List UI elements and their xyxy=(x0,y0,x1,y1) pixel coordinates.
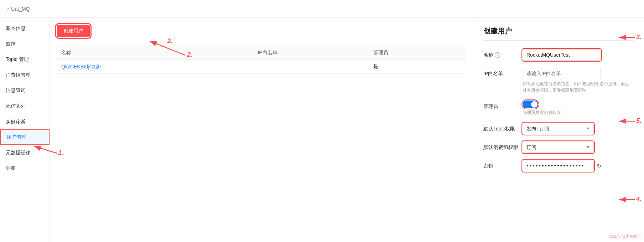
user-name-cell[interactable]: QkzCEKBKljC1jj0 xyxy=(57,60,253,74)
control-ip: 如果源地址在白名单范围，则不校验密钥是否正确，而且具有所有权限，不受权限配置影响 xyxy=(523,68,634,93)
annotation-2: 2. xyxy=(167,37,173,45)
sidebar-item-topic-management[interactable]: Topic 管理 xyxy=(0,52,50,67)
svg-text:3.: 3. xyxy=(636,34,642,41)
help-icon-name[interactable]: ? xyxy=(495,52,500,58)
ip-whitelist-cell xyxy=(253,60,369,74)
name-input[interactable] xyxy=(523,49,601,61)
secret-input[interactable] xyxy=(523,160,594,171)
table-outer: 名称 IP白名单 管理员 QkzCEKBKljC1jj0 是 xyxy=(57,46,466,74)
label-consumer-perm: 默认消费组权限 xyxy=(483,141,523,153)
label-ip: IP白名单 xyxy=(483,68,523,79)
sidebar-item-dead-letter[interactable]: 死信队列 xyxy=(0,98,50,114)
sidebar-item-instance-diag[interactable]: 实例诊断 xyxy=(0,114,50,130)
table-body: QkzCEKBKljC1jj0 是 xyxy=(57,60,466,74)
ip-hint-text: 如果源地址在白名单范围，则不校验密钥是否正确，而且具有所有权限，不受权限配置影响 xyxy=(523,81,629,93)
password-input-wrap xyxy=(523,160,594,171)
form-row-admin: 管理员 管理员具有所有权限 xyxy=(483,101,634,116)
sidebar-item-tags[interactable]: 标签 xyxy=(0,160,50,176)
sidebar: 基本信息 监控 Topic 管理 消费组管理 消息查询 死信队列 实例诊断 用户… xyxy=(0,18,50,242)
admin-toggle-hint: 管理员具有所有权限 xyxy=(523,110,634,116)
back-button[interactable]: ‹ Uat_MQ xyxy=(7,6,30,12)
svg-text:4.: 4. xyxy=(636,196,642,203)
control-consumer-perm: 订阅 发布+订阅 无 xyxy=(523,141,634,153)
users-table: 名称 IP白名单 管理员 QkzCEKBKljC1jj0 是 xyxy=(57,46,466,74)
svg-text:5.: 5. xyxy=(636,117,642,124)
sidebar-item-consumer-group[interactable]: 消费组管理 xyxy=(0,67,50,83)
control-secret: ↻ xyxy=(523,160,634,171)
refresh-secret-button[interactable]: ↻ xyxy=(595,161,603,171)
topic-permission-select[interactable]: 发布+订阅 发布 订阅 无 xyxy=(523,123,594,134)
admin-toggle[interactable] xyxy=(523,101,538,108)
toggle-thumb xyxy=(531,101,537,108)
table-row: QkzCEKBKljC1jj0 是 xyxy=(57,60,466,74)
label-admin: 管理员 xyxy=(483,101,523,112)
toggle-container: 管理员具有所有权限 xyxy=(523,101,634,116)
control-admin: 管理员具有所有权限 xyxy=(523,101,634,116)
label-secret: 密钥 xyxy=(483,160,523,171)
form-row-ip: IP白名单 如果源地址在白名单范围，则不校验密钥是否正确，而且具有所有权限，不受… xyxy=(483,68,634,93)
form-row-topic-perm: 默认Topic权限 发布+订阅 发布 订阅 无 xyxy=(483,123,634,134)
col-ip-whitelist: IP白名单 xyxy=(253,46,369,60)
header: ‹ Uat_MQ xyxy=(0,0,644,18)
sidebar-item-basic-info[interactable]: 基本信息 xyxy=(0,21,50,36)
sidebar-item-user-management[interactable]: 用户管理 xyxy=(0,129,50,145)
password-row: ↻ xyxy=(523,160,634,171)
is-admin-cell: 是 xyxy=(369,60,466,74)
control-name xyxy=(523,49,634,61)
content-area: 创建用户 2. 名称 IP白名单 管理员 QkzCEKBKljC1j xyxy=(50,18,644,242)
right-panel: 创建用户 3. 5 xyxy=(473,18,644,242)
sidebar-item-monitor[interactable]: 监控 xyxy=(0,36,50,52)
ip-whitelist-input[interactable] xyxy=(523,68,601,79)
panel-title: 创建用户 xyxy=(483,26,634,41)
table-header: 名称 IP白名单 管理员 xyxy=(57,46,466,60)
header-title: Uat_MQ xyxy=(11,6,30,12)
form-row-secret: 密钥 ↻ xyxy=(483,160,634,171)
consumer-permission-select[interactable]: 订阅 发布+订阅 无 xyxy=(523,141,594,153)
back-icon: ‹ xyxy=(7,6,9,12)
label-name: 名称 ? xyxy=(483,49,523,61)
col-is-admin: 管理员 xyxy=(369,46,466,60)
form-row-consumer-perm: 默认消费组权限 订阅 发布+订阅 无 xyxy=(483,141,634,153)
toggle-track xyxy=(523,101,538,108)
control-topic-perm: 发布+订阅 发布 订阅 无 xyxy=(523,123,634,134)
watermark: CSDN @天机玄正 xyxy=(609,234,641,239)
create-user-button[interactable]: 创建用户 xyxy=(57,25,90,37)
form-row-name: 名称 ? xyxy=(483,49,634,61)
label-topic-perm: 默认Topic权限 xyxy=(483,123,523,134)
sidebar-item-metadata-migration[interactable]: 元数据迁移 xyxy=(0,145,50,161)
table-section: 创建用户 2. 名称 IP白名单 管理员 QkzCEKBKljC1j xyxy=(50,18,473,242)
sidebar-item-message-query[interactable]: 消息查询 xyxy=(0,83,50,98)
main-layout: 基本信息 监控 Topic 管理 消费组管理 消息查询 死信队列 实例诊断 用户… xyxy=(0,18,644,242)
col-name: 名称 xyxy=(57,46,253,60)
